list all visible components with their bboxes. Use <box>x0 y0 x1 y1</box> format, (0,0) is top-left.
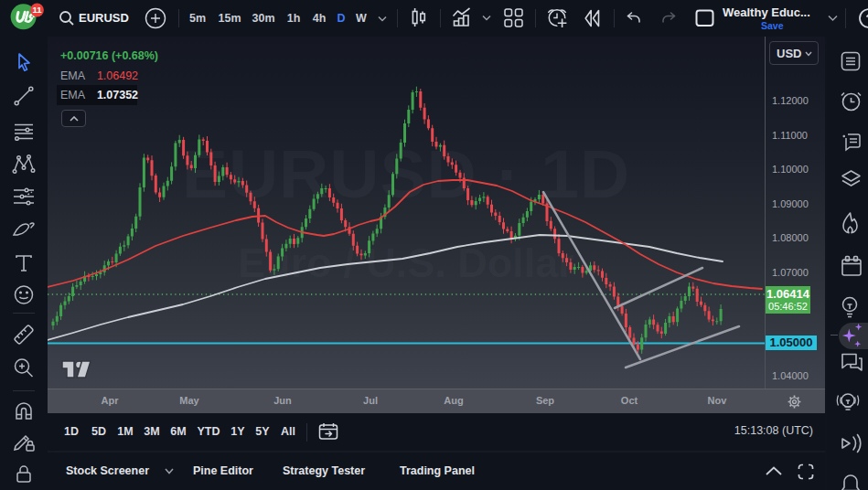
svg-text:11: 11 <box>32 5 42 15</box>
